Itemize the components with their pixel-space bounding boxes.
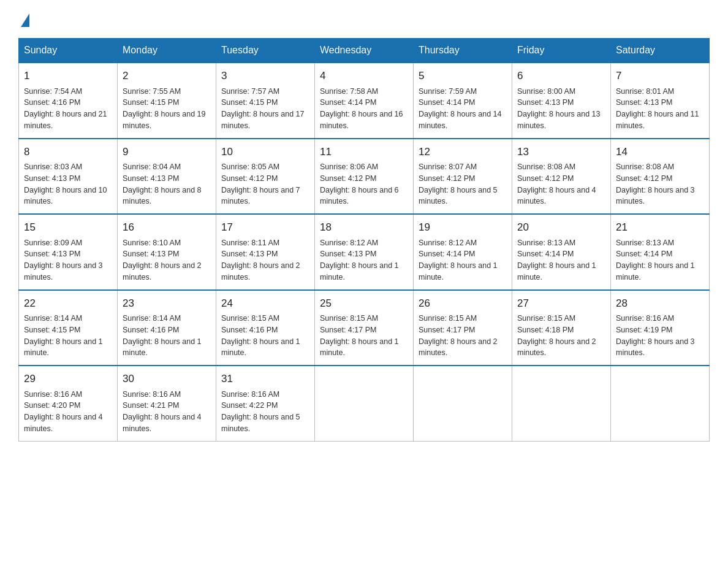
header-cell-thursday: Thursday — [414, 39, 512, 63]
day-cell-16: 16Sunrise: 8:10 AMSunset: 4:13 PMDayligh… — [118, 214, 216, 290]
sunset-label: Sunset: 4:12 PM — [616, 174, 672, 183]
day-cell-22: 22Sunrise: 8:14 AMSunset: 4:15 PMDayligh… — [19, 290, 118, 366]
sunrise-label: Sunrise: 8:08 AM — [616, 163, 674, 171]
header-row: SundayMondayTuesdayWednesdayThursdayFrid… — [19, 39, 710, 63]
sunset-label: Sunset: 4:14 PM — [320, 98, 376, 107]
sunset-label: Sunset: 4:15 PM — [24, 326, 80, 334]
day-cell-8: 8Sunrise: 8:03 AMSunset: 4:13 PMDaylight… — [19, 139, 118, 215]
day-number: 6 — [517, 68, 605, 84]
sunrise-label: Sunrise: 8:16 AM — [221, 390, 279, 399]
sunset-label: Sunset: 4:16 PM — [221, 326, 278, 334]
daylight-label: Daylight: 8 hours and 2 minutes. — [517, 337, 596, 358]
day-cell-7: 7Sunrise: 8:01 AMSunset: 4:13 PMDaylight… — [611, 63, 710, 139]
day-number: 11 — [320, 144, 408, 160]
sunset-label: Sunset: 4:14 PM — [616, 250, 672, 258]
sunrise-label: Sunrise: 8:06 AM — [320, 163, 378, 171]
day-cell-10: 10Sunrise: 8:05 AMSunset: 4:12 PMDayligh… — [216, 139, 315, 215]
daylight-label: Daylight: 8 hours and 3 minutes. — [616, 337, 695, 358]
sunrise-label: Sunrise: 8:12 AM — [419, 239, 477, 247]
daylight-label: Daylight: 8 hours and 8 minutes. — [123, 186, 202, 206]
sunset-label: Sunset: 4:13 PM — [616, 98, 672, 107]
sunrise-label: Sunrise: 8:03 AM — [24, 163, 82, 171]
logo — [18, 12, 29, 27]
daylight-label: Daylight: 8 hours and 14 minutes. — [419, 110, 502, 130]
empty-cell — [414, 366, 512, 441]
sunset-label: Sunset: 4:14 PM — [419, 250, 475, 258]
daylight-label: Daylight: 8 hours and 19 minutes. — [123, 110, 206, 130]
sunrise-label: Sunrise: 8:16 AM — [123, 390, 181, 399]
daylight-label: Daylight: 8 hours and 10 minutes. — [24, 186, 107, 206]
week-row-5: 29Sunrise: 8:16 AMSunset: 4:20 PMDayligh… — [19, 366, 710, 441]
sunrise-label: Sunrise: 8:12 AM — [320, 239, 378, 247]
daylight-label: Daylight: 8 hours and 1 minute. — [24, 337, 103, 358]
sunset-label: Sunset: 4:13 PM — [221, 250, 278, 258]
sunset-label: Sunset: 4:22 PM — [221, 401, 278, 410]
day-cell-15: 15Sunrise: 8:09 AMSunset: 4:13 PMDayligh… — [19, 214, 118, 290]
daylight-label: Daylight: 8 hours and 1 minute. — [616, 261, 695, 282]
day-cell-18: 18Sunrise: 8:12 AMSunset: 4:13 PMDayligh… — [315, 214, 414, 290]
daylight-label: Daylight: 8 hours and 6 minutes. — [320, 186, 399, 206]
day-cell-23: 23Sunrise: 8:14 AMSunset: 4:16 PMDayligh… — [118, 290, 216, 366]
day-cell-13: 13Sunrise: 8:08 AMSunset: 4:12 PMDayligh… — [512, 139, 611, 215]
daylight-label: Daylight: 8 hours and 11 minutes. — [616, 110, 699, 130]
page-header — [18, 12, 710, 27]
empty-cell — [611, 366, 710, 441]
day-number: 12 — [419, 144, 507, 160]
header-cell-tuesday: Tuesday — [216, 39, 315, 63]
day-cell-17: 17Sunrise: 8:11 AMSunset: 4:13 PMDayligh… — [216, 214, 315, 290]
sunset-label: Sunset: 4:16 PM — [24, 98, 80, 107]
day-number: 16 — [123, 220, 211, 236]
header-cell-wednesday: Wednesday — [315, 39, 414, 63]
day-cell-6: 6Sunrise: 8:00 AMSunset: 4:13 PMDaylight… — [512, 63, 611, 139]
sunset-label: Sunset: 4:18 PM — [517, 326, 574, 334]
sunset-label: Sunset: 4:15 PM — [221, 98, 278, 107]
day-number: 15 — [24, 220, 112, 236]
day-number: 18 — [320, 220, 408, 236]
daylight-label: Daylight: 8 hours and 2 minutes. — [419, 337, 498, 358]
sunrise-label: Sunrise: 8:04 AM — [123, 163, 181, 171]
sunrise-label: Sunrise: 8:13 AM — [517, 239, 575, 247]
sunset-label: Sunset: 4:19 PM — [616, 326, 672, 334]
header-cell-sunday: Sunday — [19, 39, 118, 63]
day-cell-20: 20Sunrise: 8:13 AMSunset: 4:14 PMDayligh… — [512, 214, 611, 290]
day-number: 29 — [24, 371, 112, 387]
sunrise-label: Sunrise: 7:54 AM — [24, 87, 82, 96]
day-cell-19: 19Sunrise: 8:12 AMSunset: 4:14 PMDayligh… — [414, 214, 512, 290]
day-number: 17 — [221, 220, 309, 236]
sunset-label: Sunset: 4:17 PM — [320, 326, 376, 334]
daylight-label: Daylight: 8 hours and 1 minute. — [419, 261, 498, 282]
logo-triangle-icon — [21, 13, 29, 27]
day-cell-14: 14Sunrise: 8:08 AMSunset: 4:12 PMDayligh… — [611, 139, 710, 215]
day-number: 19 — [419, 220, 507, 236]
day-cell-3: 3Sunrise: 7:57 AMSunset: 4:15 PMDaylight… — [216, 63, 315, 139]
day-number: 30 — [123, 371, 211, 387]
day-number: 14 — [616, 144, 704, 160]
day-cell-29: 29Sunrise: 8:16 AMSunset: 4:20 PMDayligh… — [19, 366, 118, 441]
day-number: 21 — [616, 220, 704, 236]
sunrise-label: Sunrise: 8:11 AM — [221, 239, 279, 247]
daylight-label: Daylight: 8 hours and 3 minutes. — [616, 186, 695, 206]
day-number: 13 — [517, 144, 605, 160]
day-cell-5: 5Sunrise: 7:59 AMSunset: 4:14 PMDaylight… — [414, 63, 512, 139]
sunrise-label: Sunrise: 8:09 AM — [24, 239, 82, 247]
daylight-label: Daylight: 8 hours and 21 minutes. — [24, 110, 107, 130]
day-number: 27 — [517, 296, 605, 312]
header-cell-saturday: Saturday — [611, 39, 710, 63]
sunrise-label: Sunrise: 8:14 AM — [24, 314, 82, 323]
day-cell-30: 30Sunrise: 8:16 AMSunset: 4:21 PMDayligh… — [118, 366, 216, 441]
day-number: 8 — [24, 144, 112, 160]
sunrise-label: Sunrise: 8:16 AM — [24, 390, 82, 399]
day-number: 10 — [221, 144, 309, 160]
day-cell-2: 2Sunrise: 7:55 AMSunset: 4:15 PMDaylight… — [118, 63, 216, 139]
day-number: 31 — [221, 371, 309, 387]
sunrise-label: Sunrise: 8:05 AM — [221, 163, 279, 171]
daylight-label: Daylight: 8 hours and 4 minutes. — [123, 413, 202, 433]
day-number: 23 — [123, 296, 211, 312]
sunset-label: Sunset: 4:13 PM — [517, 98, 574, 107]
sunrise-label: Sunrise: 8:07 AM — [419, 163, 477, 171]
calendar-body: 1Sunrise: 7:54 AMSunset: 4:16 PMDaylight… — [19, 63, 710, 441]
day-cell-1: 1Sunrise: 7:54 AMSunset: 4:16 PMDaylight… — [19, 63, 118, 139]
daylight-label: Daylight: 8 hours and 7 minutes. — [221, 186, 300, 206]
day-cell-27: 27Sunrise: 8:15 AMSunset: 4:18 PMDayligh… — [512, 290, 611, 366]
week-row-2: 8Sunrise: 8:03 AMSunset: 4:13 PMDaylight… — [19, 139, 710, 215]
